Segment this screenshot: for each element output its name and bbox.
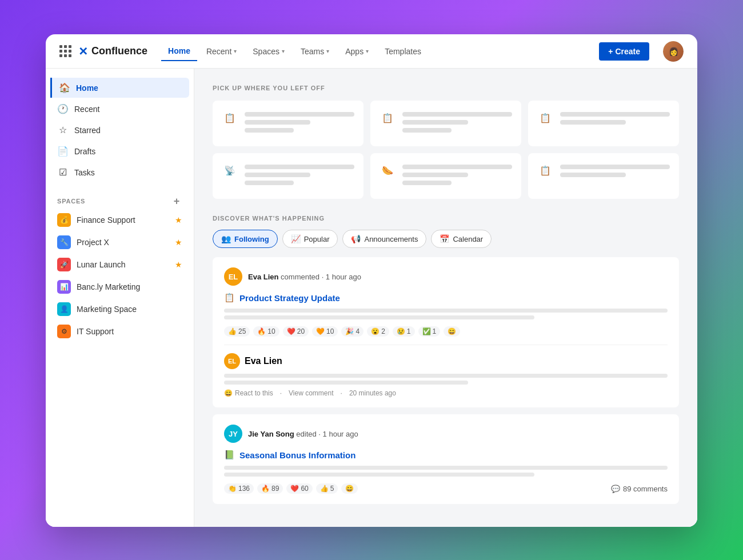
space-item-itsupport[interactable]: ⚙ IT Support <box>50 321 189 342</box>
reaction-count: 136 <box>238 485 250 493</box>
card-line <box>402 120 468 125</box>
card-1-icon: 📋 <box>222 110 238 126</box>
logo[interactable]: ✕ Confluence <box>78 45 147 58</box>
logo-symbol: ✕ <box>78 45 88 58</box>
calendar-tab-label: Calendar <box>453 235 483 243</box>
card-3[interactable]: 📋 <box>528 101 679 146</box>
react-label: React to this <box>235 389 273 397</box>
feed-2-meta: Jie Yan Song edited · 1 hour ago <box>248 430 358 438</box>
comment-count-icon: 💬 <box>611 485 620 493</box>
reaction-check[interactable]: ✅ 1 <box>418 326 441 337</box>
reaction-fire-2[interactable]: 🔥 89 <box>257 483 283 494</box>
reaction-count: 1 <box>433 327 437 335</box>
react-to-this-link[interactable]: 😄 React to this <box>224 389 273 397</box>
nav-links: Home Recent ▾ Spaces ▾ Teams ▾ Apps ▾ Te… <box>161 42 594 61</box>
tab-calendar[interactable]: 📅 Calendar <box>431 230 492 248</box>
space-item-projectx[interactable]: 🔧 Project X ★ <box>50 231 189 253</box>
itsupport-space-icon: ⚙ <box>57 325 71 338</box>
tab-announcements[interactable]: 📢 Announcements <box>342 230 426 248</box>
card-4-icon: 📡 <box>222 162 238 178</box>
nav-apps[interactable]: Apps ▾ <box>338 42 376 61</box>
card-4[interactable]: 📡 <box>213 153 363 199</box>
reaction-count: 60 <box>301 485 308 493</box>
comment-line <box>224 374 668 378</box>
feed-2-action: edited · <box>296 430 322 438</box>
space-item-lunar[interactable]: 🚀 Lunar Launch ★ <box>50 254 189 275</box>
space-item-bancly[interactable]: 📊 Banc.ly Marketing <box>50 276 189 298</box>
grid-menu-icon[interactable] <box>59 45 71 57</box>
sidebar-item-tasks[interactable]: ☑ Tasks <box>50 162 189 182</box>
sidebar-label-tasks: Tasks <box>74 168 95 177</box>
lunar-space-name: Lunar Launch <box>77 260 169 269</box>
following-tab-label: Following <box>234 235 269 243</box>
reaction-clap[interactable]: 👏 136 <box>224 483 254 494</box>
main-content: PICK UP WHERE YOU LEFT OFF 📋 📋 <box>194 69 697 527</box>
comment-count-2[interactable]: 💬 89 comments <box>611 485 668 493</box>
reaction-heart-2[interactable]: ❤️ 60 <box>286 483 312 494</box>
separator: · <box>280 389 282 397</box>
lunar-star-icon: ★ <box>175 260 182 269</box>
space-item-marketing[interactable]: 👤 Marketing Space <box>50 298 189 320</box>
tab-popular[interactable]: 📈 Popular <box>282 230 338 248</box>
reaction-fire[interactable]: 🔥 10 <box>253 326 279 337</box>
comment-count-label: 89 comments <box>623 485 668 493</box>
feed-item-1-header: EL Eva Lien commented · 1 hour ago <box>224 267 668 286</box>
projectx-star-icon: ★ <box>175 238 182 247</box>
view-comment-link[interactable]: View comment <box>289 389 333 397</box>
reaction-tada[interactable]: 🎉 4 <box>341 326 363 337</box>
reaction-count: 20 <box>297 327 305 335</box>
feed-2-time: 1 hour ago <box>323 430 358 438</box>
card-2[interactable]: 📋 <box>370 101 521 146</box>
bancly-space-name: Banc.ly Marketing <box>77 282 182 291</box>
card-5[interactable]: 🌭 <box>370 153 521 199</box>
sidebar-label-drafts: Drafts <box>74 147 95 156</box>
card-line <box>560 173 626 177</box>
sidebar-item-starred[interactable]: ☆ Starred <box>50 120 189 140</box>
user-avatar[interactable]: 👩 <box>663 41 684 62</box>
marketing-space-icon: 👤 <box>57 302 71 316</box>
nav-home[interactable]: Home <box>161 42 197 61</box>
marketing-space-name: Marketing Space <box>77 305 182 314</box>
reaction-heart[interactable]: ❤️ 20 <box>283 326 309 337</box>
sidebar-item-home[interactable]: 🏠 Home <box>50 78 189 98</box>
card-line <box>560 120 626 125</box>
reaction-smile[interactable]: 😄 <box>444 326 460 337</box>
reaction-count: 2 <box>381 327 385 335</box>
feed-2-title[interactable]: 📗 Seasonal Bonus Information <box>224 450 668 460</box>
reaction-thumbsup[interactable]: 👍 25 <box>224 326 250 337</box>
space-item-finance[interactable]: 💰 Finance Support ★ <box>50 209 189 231</box>
card-1[interactable]: 📋 <box>213 101 363 146</box>
card-2-lines <box>402 110 512 133</box>
spaces-section-header: SPACES + <box>46 191 194 209</box>
reaction-orange-heart[interactable]: 🧡 10 <box>312 326 338 337</box>
lunar-space-icon: 🚀 <box>57 258 71 271</box>
feed-1-title[interactable]: 📋 Product Strategy Update <box>224 293 668 303</box>
add-space-button[interactable]: + <box>171 196 182 206</box>
comment-1-author: Eva Lien <box>245 356 282 366</box>
card-line <box>245 181 294 185</box>
sidebar-item-recent[interactable]: 🕐 Recent <box>50 99 189 119</box>
create-button[interactable]: + Create <box>599 42 649 61</box>
comment-1-time: 20 minutes ago <box>349 389 396 397</box>
card-line <box>402 173 468 177</box>
card-3-lines <box>560 110 670 125</box>
sidebar-item-drafts[interactable]: 📄 Drafts <box>50 141 189 161</box>
comment-1-lines <box>224 374 668 385</box>
feed-1-avatar: EL <box>224 267 242 286</box>
tab-following[interactable]: 👥 Following <box>213 230 278 248</box>
nav-recent[interactable]: Recent ▾ <box>199 42 243 61</box>
reaction-thumbsup-2[interactable]: 👍 5 <box>316 483 338 494</box>
separator: · <box>341 389 342 397</box>
reaction-wow[interactable]: 😮 2 <box>367 326 389 337</box>
pickup-section-title: PICK UP WHERE YOU LEFT OFF <box>213 85 679 91</box>
card-6[interactable]: 📋 <box>528 153 679 199</box>
recent-cards-grid: 📋 📋 📋 <box>213 101 679 199</box>
reaction-sad[interactable]: 😢 1 <box>393 326 415 337</box>
finance-space-name: Finance Support <box>77 215 169 225</box>
nav-templates[interactable]: Templates <box>378 42 428 61</box>
spaces-label: SPACES <box>57 198 85 205</box>
home-icon: 🏠 <box>59 82 70 93</box>
reaction-smile-2[interactable]: 😄 <box>341 483 358 494</box>
nav-teams[interactable]: Teams ▾ <box>294 42 336 61</box>
nav-spaces[interactable]: Spaces ▾ <box>246 42 291 61</box>
